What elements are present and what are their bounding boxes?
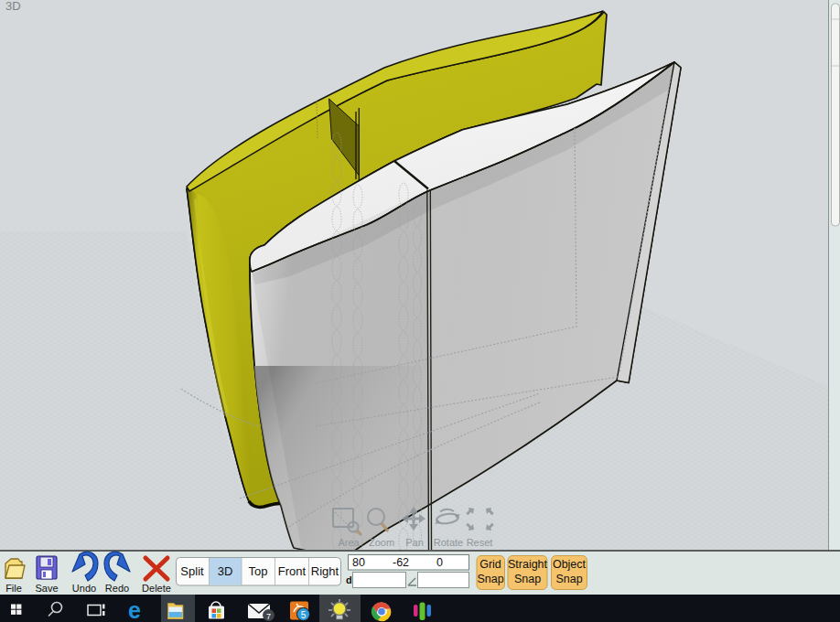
svg-text:Front: Front <box>278 564 307 578</box>
svg-text:Area: Area <box>338 537 360 548</box>
svg-text:Save: Save <box>35 583 58 594</box>
svg-text:Snap: Snap <box>477 573 503 585</box>
svg-text:0: 0 <box>436 556 443 569</box>
svg-text:80: 80 <box>352 556 365 569</box>
svg-text:Top: Top <box>249 564 268 578</box>
svg-text:Delete: Delete <box>142 583 171 594</box>
svg-text:Snap: Snap <box>555 573 582 585</box>
svg-text:5: 5 <box>301 610 307 620</box>
svg-text:e: e <box>128 597 141 622</box>
svg-text:Undo: Undo <box>72 583 96 594</box>
svg-text:Zoom: Zoom <box>369 537 394 548</box>
svg-text:3D: 3D <box>5 0 21 13</box>
svg-text:Straight: Straight <box>508 558 548 571</box>
svg-text:Grid: Grid <box>479 558 501 571</box>
svg-text:Split: Split <box>180 564 204 578</box>
svg-text:Redo: Redo <box>105 583 129 594</box>
svg-text:-62: -62 <box>393 556 409 569</box>
svg-text:File: File <box>5 583 22 594</box>
svg-text:Rotate: Rotate <box>434 537 463 548</box>
svg-text:d: d <box>346 574 352 585</box>
svg-text:3D: 3D <box>218 564 233 578</box>
svg-text:Reset: Reset <box>467 537 493 548</box>
svg-text:Snap: Snap <box>514 573 541 585</box>
svg-text:Pan: Pan <box>405 537 424 548</box>
svg-text:7: 7 <box>266 612 271 621</box>
svg-text:Right: Right <box>311 564 339 578</box>
svg-text:Object: Object <box>553 558 587 571</box>
